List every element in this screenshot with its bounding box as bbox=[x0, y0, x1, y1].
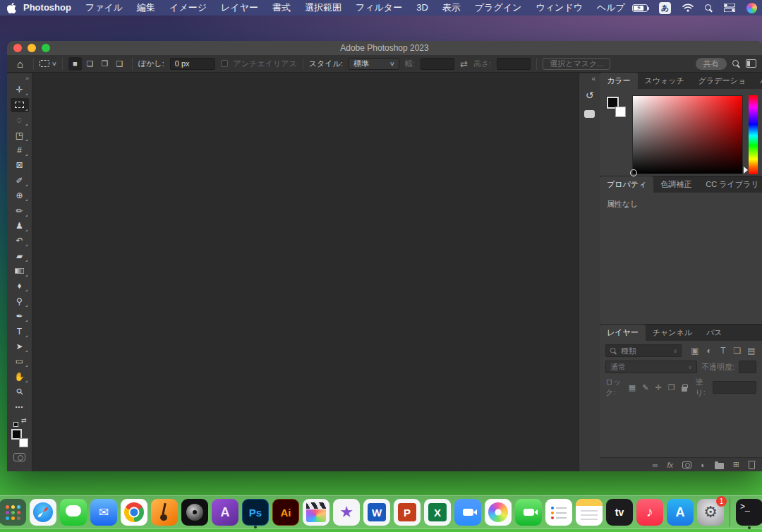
dock-app-system-settings[interactable]: ⚙1 bbox=[697, 499, 724, 526]
delete-layer-icon[interactable] bbox=[749, 462, 755, 469]
share-button[interactable]: 共有 bbox=[696, 58, 727, 70]
filter-shape-layers-icon[interactable]: ❏ bbox=[732, 346, 742, 356]
title-bar[interactable]: Adobe Photoshop 2023 bbox=[7, 41, 762, 55]
dock-app-messages[interactable] bbox=[60, 499, 87, 526]
saturation-brightness-field[interactable] bbox=[632, 95, 743, 174]
eyedropper-tool[interactable]: ✐ bbox=[11, 174, 29, 188]
siri-icon[interactable] bbox=[746, 3, 757, 13]
blend-mode-dropdown[interactable]: 通常 ∨ bbox=[605, 361, 697, 373]
tab-properties[interactable]: プロパティ bbox=[600, 176, 653, 193]
menu-file[interactable]: ファイル bbox=[78, 0, 130, 16]
dock-app-launchpad[interactable] bbox=[0, 499, 26, 526]
lasso-tool[interactable]: ◌ bbox=[11, 113, 29, 127]
tab-paths[interactable]: パス bbox=[699, 325, 730, 341]
menu-view[interactable]: 表示 bbox=[435, 0, 468, 16]
wifi-icon[interactable] bbox=[682, 4, 694, 12]
object-selection-tool[interactable]: ◳ bbox=[11, 128, 29, 143]
brush-tool[interactable]: ✏ bbox=[11, 204, 29, 218]
default-swap-colors-icon[interactable]: ⇄ bbox=[12, 418, 28, 427]
menu-plugins[interactable]: プラグイン bbox=[468, 0, 529, 16]
toolbar-collapse-icon[interactable]: » bbox=[25, 75, 28, 82]
history-brush-tool[interactable]: ↶ bbox=[11, 234, 29, 248]
menu-photoshop[interactable]: Photoshop bbox=[16, 0, 78, 16]
dock-app-notes[interactable] bbox=[576, 499, 603, 526]
tab-channels[interactable]: チャンネル bbox=[646, 325, 699, 341]
spot-healing-brush-tool[interactable]: ⊕ bbox=[11, 188, 29, 202]
move-tool[interactable]: ✛ bbox=[11, 83, 29, 97]
add-layer-mask-icon[interactable] bbox=[682, 461, 691, 468]
hue-slider[interactable] bbox=[749, 95, 758, 174]
dock-app-excel[interactable]: X bbox=[424, 499, 451, 526]
menu-layer[interactable]: レイヤー bbox=[214, 0, 265, 16]
menu-filter[interactable]: フィルター bbox=[349, 0, 409, 16]
tab-patterns[interactable]: パターン bbox=[753, 73, 762, 89]
dock-app-app-store[interactable]: A bbox=[667, 499, 694, 526]
tab-layers[interactable]: レイヤー bbox=[600, 325, 646, 341]
filter-adjustment-layers-icon[interactable]: ◐ bbox=[704, 346, 714, 356]
dock-app-zoom[interactable] bbox=[454, 499, 481, 526]
menu-image[interactable]: イメージ bbox=[162, 0, 214, 16]
input-source-icon[interactable]: あ bbox=[659, 2, 671, 14]
selection-mode-new[interactable]: ■ bbox=[68, 57, 82, 71]
battery-icon[interactable]: ⚡ bbox=[632, 4, 648, 12]
dock-app-mail[interactable]: ✉ bbox=[90, 499, 117, 526]
menu-help[interactable]: ヘルプ bbox=[590, 0, 632, 16]
dock-app-word[interactable]: W bbox=[363, 499, 390, 526]
link-layers-icon[interactable]: ∞ bbox=[653, 461, 658, 469]
dock-app-disc[interactable] bbox=[181, 499, 208, 526]
history-panel-icon[interactable]: ↺ bbox=[582, 88, 598, 102]
fill-input[interactable] bbox=[713, 381, 756, 394]
background-color-swatch[interactable] bbox=[19, 438, 28, 447]
path-selection-tool[interactable]: ➤ bbox=[11, 339, 29, 353]
hue-slider-handle[interactable] bbox=[744, 167, 751, 174]
feather-input[interactable]: 0 px bbox=[170, 58, 215, 70]
selection-mode-add[interactable]: ❏ bbox=[83, 57, 97, 71]
height-input[interactable] bbox=[497, 58, 531, 70]
tab-swatches[interactable]: スウォッチ bbox=[638, 73, 691, 89]
control-center-icon[interactable] bbox=[724, 4, 735, 12]
color-picker-handle[interactable] bbox=[630, 169, 637, 176]
dock-app-photos[interactable] bbox=[485, 499, 512, 526]
width-input[interactable] bbox=[421, 58, 454, 70]
color-panel-swatches[interactable] bbox=[605, 95, 627, 174]
filter-smart-objects-icon[interactable]: ▤ bbox=[746, 346, 756, 356]
home-icon[interactable]: ⌂ bbox=[17, 58, 23, 70]
expand-panels-icon[interactable]: « bbox=[591, 75, 595, 83]
filter-pixel-layers-icon[interactable]: ▣ bbox=[690, 346, 700, 356]
dock-app-terminal[interactable]: >_ bbox=[736, 499, 762, 526]
rectangular-marquee-tool[interactable] bbox=[11, 98, 29, 112]
comments-panel-icon[interactable] bbox=[582, 107, 598, 121]
dock-app-final-cut-pro[interactable] bbox=[303, 499, 329, 526]
dock-app-facetime[interactable] bbox=[515, 499, 542, 526]
new-layer-icon[interactable]: ⊞ bbox=[733, 460, 739, 469]
dock-app-photoshop[interactable]: Ps bbox=[242, 499, 269, 526]
frame-tool[interactable]: ⊠ bbox=[11, 158, 29, 172]
selection-mode-subtract[interactable]: ❐ bbox=[98, 57, 111, 71]
lock-artboard-icon[interactable]: ❐ bbox=[668, 383, 675, 392]
dock-app-powerpoint[interactable]: P bbox=[394, 499, 421, 526]
tool-preset-button[interactable]: ∨ bbox=[40, 60, 56, 67]
lock-all-icon[interactable] bbox=[682, 387, 687, 392]
layer-style-icon[interactable]: fx bbox=[667, 461, 674, 469]
antialias-checkbox[interactable] bbox=[221, 60, 228, 67]
lock-image-pixels-icon[interactable]: ✎ bbox=[642, 383, 648, 392]
search-icon[interactable] bbox=[732, 60, 740, 68]
eraser-tool[interactable]: ▰ bbox=[11, 249, 29, 263]
dodge-tool[interactable]: ⚲ bbox=[11, 294, 29, 308]
style-dropdown[interactable]: 標準 ∨ bbox=[349, 58, 399, 70]
menu-edit[interactable]: 編集 bbox=[130, 0, 162, 16]
dock-app-chrome[interactable] bbox=[121, 499, 147, 526]
type-tool[interactable]: T bbox=[11, 325, 29, 339]
dock-app-imovie[interactable]: ★ bbox=[333, 499, 360, 526]
lock-transparent-pixels-icon[interactable]: ▦ bbox=[629, 383, 636, 392]
menu-3d[interactable]: 3D bbox=[409, 0, 435, 16]
dock-app-safari[interactable] bbox=[30, 499, 56, 526]
dock-app-apple-tv[interactable]: tv bbox=[606, 499, 633, 526]
dock-app-illustrator[interactable]: Ai bbox=[272, 499, 299, 526]
select-and-mask-button[interactable]: 選択とマスク... bbox=[543, 58, 610, 70]
spotlight-search-icon[interactable] bbox=[705, 4, 713, 12]
foreground-background-swatches[interactable] bbox=[11, 429, 29, 447]
menu-window[interactable]: ウィンドウ bbox=[528, 0, 590, 16]
dock-app-affinity-photo[interactable]: A bbox=[212, 499, 238, 526]
dock-app-reminders[interactable] bbox=[545, 499, 572, 526]
